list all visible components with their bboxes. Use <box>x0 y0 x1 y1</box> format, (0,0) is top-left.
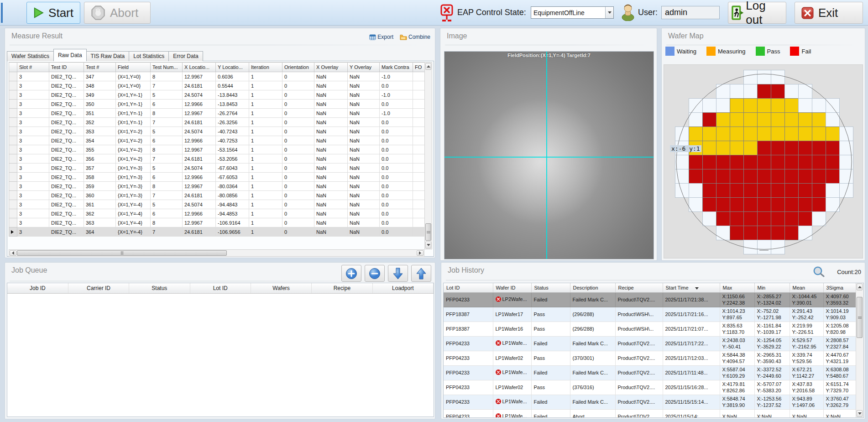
wafer-cell[interactable] <box>784 169 799 184</box>
wafer-cell[interactable] <box>716 183 730 198</box>
wafer-cell[interactable] <box>826 98 840 113</box>
wafer-cell[interactable] <box>839 141 853 155</box>
job-history-vertical-scrollbar[interactable] <box>856 283 863 417</box>
wafer-cell[interactable] <box>716 211 730 226</box>
column-header-slot[interactable]: Slot # <box>17 63 49 72</box>
wafer-cell[interactable] <box>771 169 785 184</box>
column-header-fo[interactable]: FO <box>413 63 425 72</box>
wafer-cell[interactable] <box>771 183 785 198</box>
wafer-cell[interactable] <box>743 240 758 254</box>
table-row[interactable]: 3DIE2_TQ...361{X=1,Y=-4}524.5074-94.4843… <box>9 200 425 209</box>
scroll-up-button[interactable] <box>425 63 431 70</box>
table-row[interactable]: PFP04233LP1Wafer02Pass(370/301)Product\T… <box>444 351 857 365</box>
wafer-cell[interactable] <box>757 183 771 198</box>
column-header-x-overlay[interactable]: X Overlay <box>314 63 348 72</box>
tab-wafer-statistics[interactable]: Wafer Statistics <box>7 51 54 61</box>
wafer-cell[interactable] <box>771 197 785 212</box>
wafer-cell[interactable] <box>702 112 716 127</box>
wafer-cell[interactable] <box>784 183 799 198</box>
wafer-cell[interactable] <box>702 98 716 113</box>
column-header-loadport[interactable]: Loadport <box>372 283 433 293</box>
wafer-cell[interactable] <box>689 98 703 113</box>
column-header-x-locatio[interactable]: X Locatio... <box>183 63 216 72</box>
camera-image[interactable]: FieldPosition:(X=1,Y=-4) TargetId:7 <box>444 51 654 259</box>
wafer-cell[interactable] <box>702 183 716 198</box>
table-row[interactable]: 3DIE2_TQ...354{X=1,Y=-2}612.9966-40.7253… <box>9 136 425 145</box>
table-row[interactable]: PFP18387LP1Wafer16Pass(296/288)Product\W… <box>444 322 857 336</box>
wafer-cell[interactable] <box>757 226 771 240</box>
column-header-orientation[interactable]: Orientation <box>282 63 314 72</box>
table-row[interactable]: PFP04233LP1Wafe...FailedFailed Mark C...… <box>444 336 857 351</box>
wafer-cell[interactable] <box>716 155 730 169</box>
wafer-cell[interactable] <box>839 127 853 141</box>
wafer-cell[interactable] <box>784 84 799 99</box>
column-header-y-overlay[interactable]: Y Overlay <box>348 63 380 72</box>
table-row[interactable]: 3DIE2_TQ...362{X=1,Y=-4}612.9966-94.4853… <box>9 209 425 218</box>
table-row[interactable]: PFP04233LP1Wafe...FailedAbort...Product\… <box>444 409 857 418</box>
wafer-cell[interactable] <box>826 141 840 155</box>
wafer-cell[interactable] <box>784 211 799 226</box>
wafer-cell[interactable] <box>702 127 716 141</box>
wafer-cell[interactable] <box>743 112 758 127</box>
logout-button[interactable]: Log out <box>728 2 786 24</box>
column-header-y-locatio[interactable]: Y Locatio... <box>216 63 249 72</box>
table-row[interactable]: 3DIE2_TQ...357{X=1,Y=-3}524.5074-67.6043… <box>9 164 425 173</box>
table-row[interactable]: 3DIE2_TQ...360{X=1,Y=-3}724.6181-80.0856… <box>9 191 425 200</box>
wafer-cell[interactable] <box>812 169 826 184</box>
scroll-down-button[interactable] <box>425 242 431 248</box>
column-header-test-id[interactable]: Test ID <box>49 63 84 72</box>
column-header-status[interactable]: Status <box>129 283 190 293</box>
wafer-cell[interactable] <box>716 197 730 212</box>
wafer-cell[interactable] <box>689 183 703 198</box>
wafer-cell[interactable] <box>716 226 730 240</box>
scroll-left-button[interactable] <box>10 250 16 256</box>
wafer-cell[interactable] <box>784 226 799 240</box>
wafer-cell[interactable] <box>798 226 812 240</box>
wafer-cell[interactable] <box>702 211 716 226</box>
wafer-cell[interactable] <box>798 155 812 169</box>
wafer-cell[interactable] <box>702 141 716 155</box>
wafer-cell[interactable] <box>798 112 812 127</box>
scrollbar-thumb[interactable] <box>17 250 227 256</box>
wafer-cell[interactable] <box>716 169 730 184</box>
wafer-cell[interactable] <box>812 211 826 226</box>
column-header-recipe[interactable]: Recipe <box>312 283 372 293</box>
wafer-cell[interactable] <box>730 98 744 113</box>
scroll-up-button[interactable] <box>857 284 863 290</box>
wafer-cell[interactable] <box>798 183 812 198</box>
wafer-cell[interactable] <box>812 112 826 127</box>
wafer-cell[interactable] <box>675 127 689 141</box>
wafer-cell[interactable] <box>716 141 730 155</box>
tab-lot-statistics[interactable]: Lot Statistics <box>129 51 169 61</box>
wafer-cell[interactable] <box>771 84 785 99</box>
wafer-cell[interactable] <box>689 169 703 184</box>
table-row[interactable]: 3DIE2_TQ...352{X=1,Y=-1}724.6181-26.3256… <box>9 118 425 127</box>
column-header-test-num[interactable]: Test Num... <box>151 63 183 72</box>
table-row[interactable]: 3DIE2_TQ...363{X=1,Y=-4}812.9967-106.916… <box>9 218 425 227</box>
scrollbar-thumb[interactable] <box>425 223 431 241</box>
wafer-cell[interactable] <box>757 127 771 141</box>
move-job-up-button[interactable] <box>411 265 431 282</box>
wafer-cell[interactable] <box>689 197 703 212</box>
column-header-start-time[interactable]: Start Time <box>663 283 720 292</box>
wafer-cell[interactable] <box>784 197 799 212</box>
wafer-cell[interactable] <box>784 112 799 127</box>
start-button[interactable]: Start <box>26 2 80 24</box>
wafer-cell[interactable] <box>812 127 826 141</box>
wafer-cell[interactable] <box>798 127 812 141</box>
wafer-cell[interactable] <box>743 127 758 141</box>
column-header-wafers[interactable]: Wafers <box>251 283 311 293</box>
wafer-cell[interactable] <box>716 84 730 99</box>
column-header-status[interactable]: Status <box>531 283 570 292</box>
wafer-cell[interactable] <box>798 169 812 184</box>
wafer-cell[interactable] <box>675 155 689 169</box>
table-row[interactable]: PFP04233LP1Wafer02Pass(376/316)Product\T… <box>444 380 857 395</box>
wafer-cell[interactable] <box>689 155 703 169</box>
wafer-cell[interactable] <box>798 141 812 155</box>
column-header-field[interactable]: Field <box>116 63 151 72</box>
wafer-cell[interactable] <box>730 127 744 141</box>
tab-raw-data[interactable]: Raw Data <box>53 49 87 61</box>
wafer-cell[interactable] <box>771 155 785 169</box>
dropdown-arrow-button[interactable] <box>605 7 613 18</box>
wafer-cell[interactable] <box>812 183 826 198</box>
